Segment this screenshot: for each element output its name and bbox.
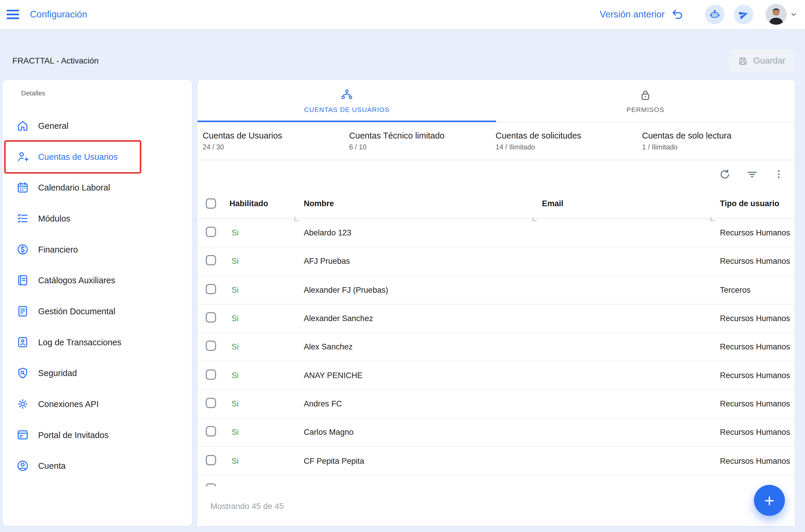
assistant-bot-button[interactable] [705,5,725,24]
table-header: Habilitado Nombre Email Tipo de usuario [198,188,795,219]
kebab-menu-icon [773,168,784,179]
sidebar-item-financiero[interactable]: Financiero [3,234,192,265]
stat-value: 24 / 30 [203,143,349,151]
table-row[interactable]: Si ANAY PENICHE Recursos Humanos [198,362,795,390]
refresh-button[interactable] [718,168,731,181]
row-checkbox[interactable] [206,341,216,351]
user-type: Recursos Humanos [720,371,795,380]
sidebar-item-label: Portal de Invitados [38,430,109,440]
enabled-badge: Si [230,228,239,237]
user-menu[interactable] [766,4,798,25]
user-type: Recursos Humanos [720,257,795,266]
user-type: Recursos Humanos [720,399,795,408]
sidebar-item-label: Conexiones API [38,399,99,409]
previous-version-label: Versión anterior [600,9,665,20]
column-header-label: Tipo de usuario [720,198,779,208]
sidebar-item-general[interactable]: General [3,110,192,141]
top-bar: Configuración Versión anterior [0,0,805,29]
sidebar-item-catalogos-auxiliares[interactable]: Catálogos Auxiliares [3,265,192,296]
stat-value: 1 / Ilimitado [642,143,788,151]
enabled-badge: Si [230,342,239,351]
sidebar-item-cuenta[interactable]: Cuenta [3,451,192,481]
save-icon [737,56,748,66]
active-tab-indicator [198,120,496,122]
sidebar-item-portal-de-invitados[interactable]: Portal de Invitados [3,419,192,451]
sidebar-item-cuentas-de-usuarios[interactable]: Cuentas de Usuarios [3,141,192,172]
guest-portal-card-icon [16,428,29,442]
filter-button[interactable] [746,168,758,181]
stat-cuentas-de-usuarios: Cuentas de Usuarios 24 / 30 [203,131,349,151]
row-checkbox[interactable] [206,369,216,380]
sidebar-item-label: Cuentas de Usuarios [38,152,118,162]
robot-icon [709,8,721,21]
stat-label: Cuentas de Usuarios [203,131,349,140]
paper-plane-icon [738,9,749,20]
row-checkbox[interactable] [206,398,216,408]
breadcrumb: FRACTTAL - Activación [13,56,99,65]
row-checkbox[interactable] [206,455,216,465]
column-header-label: Email [542,198,563,208]
sidebar-item-calendario-laboral[interactable]: Calendario Laboral [3,172,192,203]
column-header-habilitado[interactable]: Habilitado [230,188,304,218]
tab-bar: CUENTAS DE USUARIOS PERMISOS [198,80,795,122]
column-header-nombre[interactable]: Nombre [304,188,542,218]
table-row[interactable]: Si Carlos Magno Recursos Humanos [198,419,795,447]
column-resize-handle[interactable] [533,217,537,221]
plus-icon: + [764,492,774,509]
tab-label: CUENTAS DE USUARIOS [304,106,390,113]
row-checkbox[interactable] [206,483,216,487]
row-checkbox[interactable] [206,284,216,294]
user-type: Terceros [720,285,795,294]
table-row[interactable]: Si Alexander FJ (Pruebas) Terceros [198,276,795,304]
table-row[interactable]: Si Alexander Sanchez Recursos Humanos [198,305,795,333]
id-badge-icon [16,336,29,349]
gear-icon [16,397,29,411]
row-count-label: Mostrando 45 de 45 [211,501,284,511]
previous-version-link[interactable]: Versión anterior [600,8,684,21]
chevron-down-icon [790,10,798,19]
save-button[interactable]: Guardar [728,49,795,72]
table-row[interactable]: Si Alex Sanchez Recursos Humanos [198,333,795,361]
table-row[interactable]: Si Andres FC Recursos Humanos [198,390,795,418]
tab-permisos[interactable]: PERMISOS [496,80,795,121]
stat-label: Cuentas Técnico limitado [349,131,495,140]
row-checkbox[interactable] [206,227,216,237]
more-options-button[interactable] [773,168,784,179]
sidebar-item-label: Financiero [38,245,78,254]
hamburger-menu-icon[interactable] [5,7,20,22]
row-checkbox[interactable] [206,312,216,323]
user-name: CF Pepita Pepita [304,456,542,466]
sidebar-item-label: Log de Transacciones [38,337,122,347]
add-user-fab[interactable]: + [754,485,785,516]
table-row[interactable]: Si AFJ Pruebas Recursos Humanos [198,248,795,276]
column-resize-handle[interactable] [294,217,298,221]
home-icon [16,119,29,132]
tab-label: PERMISOS [626,106,664,113]
table-row[interactable]: Si Abelardo 123 Recursos Humanos [198,219,795,247]
row-checkbox[interactable] [206,255,216,266]
column-header-tipo-de-usuario[interactable]: Tipo de usuario [720,188,795,218]
row-checkbox[interactable] [206,426,216,437]
enabled-badge: Si [230,428,239,437]
user-name: Andres FC [304,399,542,408]
send-feedback-button[interactable] [734,5,753,24]
user-name: ANAY PENICHE [304,371,542,380]
user-type: Recursos Humanos [720,314,795,323]
app: Configuración Versión anterior [0,0,805,532]
table-row[interactable]: Si CF Pepita Pepita Recursos Humanos [198,447,795,475]
select-all-checkbox[interactable] [206,198,216,209]
sidebar-item-conexiones-api[interactable]: Conexiones API [3,388,192,419]
sidebar-item-log-de-transacciones[interactable]: Log de Transacciones [3,327,192,358]
sidebar-item-label: Cuenta [38,461,66,471]
stat-cuentas-de-solicitudes: Cuentas de solicitudes 14 / Ilimitado [495,131,642,151]
column-header-email[interactable]: Email [542,188,720,218]
tab-cuentas-de-usuarios[interactable]: CUENTAS DE USUARIOS [198,80,496,121]
avatar [766,4,786,25]
sidebar-item-seguridad[interactable]: Seguridad [3,358,192,389]
sidebar-item-gestion-documental[interactable]: Gestión Documental [3,296,192,327]
sidebar-item-label: Calendario Laboral [38,183,110,192]
column-resize-handle[interactable] [711,217,715,221]
sidebar-item-modulos[interactable]: Módulos [3,203,192,234]
lock-icon [639,88,653,102]
table-row[interactable] [198,476,795,487]
